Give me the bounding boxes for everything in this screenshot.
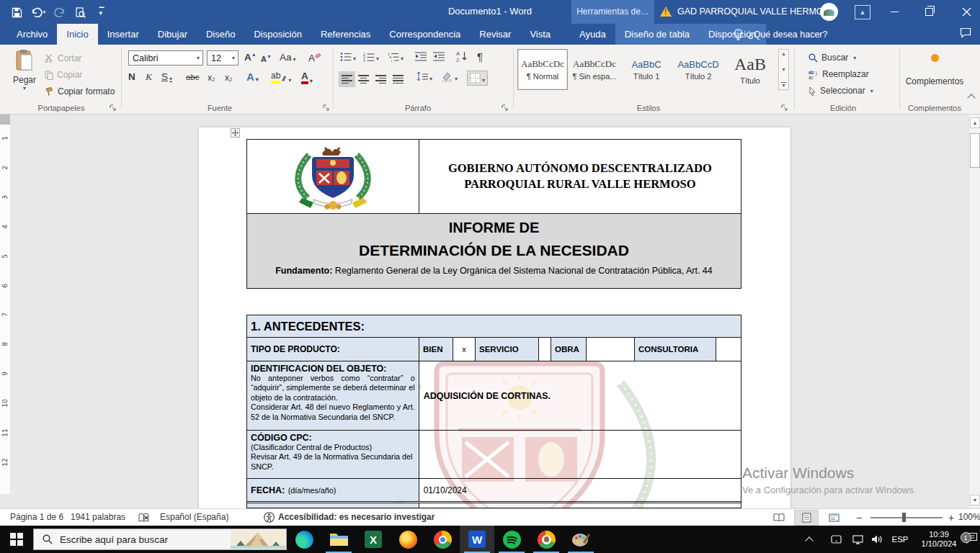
tray-volume-icon[interactable]: [868, 526, 886, 553]
show-paragraph-marks-button[interactable]: ¶: [477, 50, 483, 63]
superscript-button[interactable]: x2: [225, 73, 232, 83]
shading-button[interactable]: ▾: [441, 71, 458, 82]
vertical-scrollbar[interactable]: ▲ ▼: [968, 114, 980, 508]
print-preview-icon[interactable]: [72, 5, 88, 19]
strikethrough-button[interactable]: abc: [186, 73, 200, 81]
start-button[interactable]: [0, 526, 33, 553]
align-left-button[interactable]: [339, 71, 355, 87]
undo-button[interactable]: ▾: [27, 5, 49, 19]
vertical-ruler[interactable]: 123456789101112: [0, 114, 10, 494]
taskbar-file-explorer-icon[interactable]: [321, 526, 356, 553]
decrease-indent-button[interactable]: [415, 52, 427, 61]
multilevel-list-button[interactable]: 1ai▾: [388, 52, 404, 62]
tell-me-box[interactable]: ¿Qué desea hacer?: [734, 24, 828, 45]
consultoria-mark-cell[interactable]: [716, 338, 741, 361]
tray-show-hidden-icons[interactable]: [801, 526, 817, 553]
web-layout-button[interactable]: [821, 510, 846, 526]
taskbar-chrome-profile-icon[interactable]: [529, 526, 564, 553]
ribbon-tab[interactable]: Vista: [520, 24, 560, 45]
align-right-button[interactable]: [375, 73, 386, 85]
ribbon-tab[interactable]: Dibujar: [148, 24, 197, 45]
tray-device-icon[interactable]: [827, 526, 845, 553]
justify-button[interactable]: [393, 73, 404, 85]
italic-button[interactable]: K: [146, 71, 152, 83]
action-center-button[interactable]: 1: [963, 526, 980, 553]
customize-quick-access-button[interactable]: ▔▾: [94, 5, 110, 19]
ribbon-tab[interactable]: Inicio: [57, 24, 97, 45]
zoom-level[interactable]: 100%: [958, 512, 980, 522]
taskbar-chrome-icon[interactable]: [425, 526, 460, 553]
font-color-button[interactable]: A▾: [301, 71, 313, 84]
style-card[interactable]: AaBbCcDc ¶ Normal: [517, 49, 568, 90]
grow-font-button[interactable]: A▲: [244, 52, 257, 63]
tray-network-icon[interactable]: [849, 526, 866, 553]
clipboard-dialog-launcher[interactable]: [110, 104, 117, 112]
proofing-status-icon[interactable]: [138, 513, 149, 523]
styles-dialog-launcher[interactable]: [781, 104, 788, 112]
servicio-mark-cell[interactable]: [538, 338, 551, 361]
select-button[interactable]: Seleccionar▾: [808, 86, 873, 96]
accessibility-status[interactable]: Accesibilidad: es necesario investigar: [278, 512, 435, 522]
bold-button[interactable]: N: [128, 71, 135, 82]
bullets-button[interactable]: ▾: [340, 52, 356, 62]
format-painter-button[interactable]: Copiar formato: [45, 86, 115, 96]
codigo-cpc-value-cell[interactable]: [419, 431, 741, 478]
ribbon-tab[interactable]: Disposición: [244, 24, 311, 45]
ribbon-tab[interactable]: Revisar: [470, 24, 520, 45]
zoom-slider-thumb[interactable]: [902, 513, 906, 522]
table-move-handle[interactable]: [231, 128, 240, 138]
taskbar-firefox-icon[interactable]: [391, 526, 425, 553]
ribbon-tab[interactable]: Diseño: [197, 24, 244, 45]
close-button[interactable]: [953, 0, 980, 24]
increase-indent-button[interactable]: [433, 52, 445, 61]
sort-button[interactable]: AZ: [456, 50, 468, 62]
collapse-ribbon-button[interactable]: [968, 95, 974, 101]
taskbar-search[interactable]: Escribe aquí para buscar: [33, 529, 287, 550]
cut-button[interactable]: Cortar: [45, 53, 81, 63]
ribbon-tab[interactable]: Ayuda: [570, 24, 615, 45]
paste-button[interactable]: Pegar ▾: [10, 49, 39, 99]
document-page[interactable]: E HERMOSO TURÍSTICO Y PRODUCTIVO: [199, 127, 790, 508]
account-name[interactable]: GAD PARROQUIAL VALLE HERMOSO: [677, 6, 837, 17]
ribbon-tab[interactable]: Referencias: [311, 24, 380, 45]
objeto-value-cell[interactable]: ADQUISICIÓN DE CORTINAS.: [419, 361, 741, 430]
ribbon-tab[interactable]: Correspondencia: [380, 24, 470, 45]
word-count[interactable]: 1941 palabras: [71, 512, 125, 522]
fecha-value-cell[interactable]: 01/10/2024: [419, 479, 741, 501]
print-layout-button[interactable]: [794, 510, 819, 526]
highlight-color-button[interactable]: ab▾: [271, 71, 291, 84]
zoom-in-button[interactable]: +: [948, 512, 954, 523]
find-button[interactable]: Buscar▾: [808, 53, 856, 63]
save-icon[interactable]: [9, 5, 24, 19]
line-spacing-button[interactable]: ▾: [416, 71, 432, 82]
scroll-up-button[interactable]: ▲: [970, 117, 980, 128]
taskbar-spotify-icon[interactable]: [494, 526, 529, 553]
paragraph-dialog-launcher[interactable]: [502, 104, 509, 112]
font-size-combo[interactable]: 12▾: [207, 50, 239, 66]
zoom-out-button[interactable]: −: [856, 512, 862, 523]
tray-language-indicator[interactable]: ESP: [889, 526, 911, 553]
warning-icon[interactable]: !: [660, 6, 672, 17]
ribbon-tab[interactable]: Insertar: [98, 24, 148, 45]
clear-formatting-button[interactable]: A: [308, 52, 321, 63]
zoom-slider-track[interactable]: [870, 517, 943, 518]
accessibility-icon[interactable]: [264, 512, 275, 523]
antecedentes-table[interactable]: 1. ANTECEDENTES: TIPO DE PRODUCTO: BIEN …: [246, 315, 741, 508]
taskbar-word-icon[interactable]: W: [460, 526, 494, 553]
taskbar-excel-icon[interactable]: X: [356, 526, 391, 553]
page-indicator[interactable]: Página 1 de 6: [10, 512, 63, 522]
ribbon-display-options-button[interactable]: ▲: [855, 5, 870, 19]
ribbon-tab[interactable]: Diseño de tabla: [615, 24, 699, 45]
font-dialog-launcher[interactable]: [323, 104, 330, 112]
style-card[interactable]: AaB Título: [725, 49, 775, 90]
style-card[interactable]: AaBbCcD Título 2: [673, 49, 723, 90]
obra-mark-cell[interactable]: [586, 338, 634, 361]
style-card[interactable]: AaBbCcDc ¶ Sin espa...: [569, 49, 620, 90]
change-case-button[interactable]: Aa▾: [280, 52, 296, 63]
align-center-button[interactable]: [358, 73, 369, 85]
redo-button[interactable]: [52, 5, 68, 19]
minimize-button[interactable]: [882, 0, 906, 24]
replace-button[interactable]: abac Reemplazar: [808, 69, 869, 79]
scrollbar-thumb[interactable]: [970, 133, 980, 168]
text-effects-button[interactable]: A▾: [246, 71, 259, 83]
